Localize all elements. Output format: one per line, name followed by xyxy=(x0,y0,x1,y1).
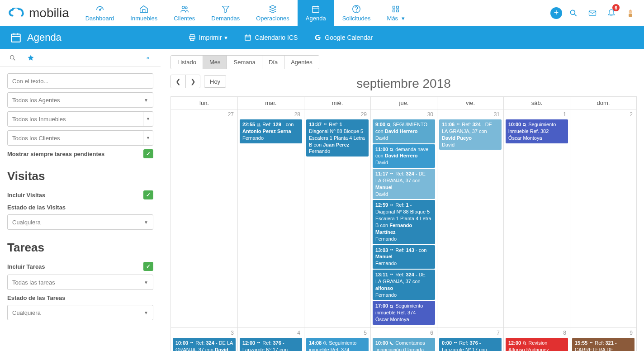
calendar-event[interactable]: 12:59 Ref: 1 - Diagonal Nº 88 Bloque 5 E… xyxy=(373,200,435,244)
svg-point-26 xyxy=(390,148,393,150)
nav-inmuebles[interactable]: Inmuebles xyxy=(122,0,166,26)
day-cell[interactable]: 2 xyxy=(570,109,636,327)
nav-dashboard[interactable]: Dashboard xyxy=(77,0,123,26)
svg-rect-18 xyxy=(190,38,194,41)
inmuebles-select[interactable]: Todos los Inmuebles▼ xyxy=(7,111,153,127)
people-icon xyxy=(256,123,261,127)
day-cell[interactable]: 8 12:00 RevisionAlfonso Rodriguez xyxy=(503,327,570,351)
agents-select[interactable]: Todos los Agentes▼ xyxy=(7,92,153,108)
day-cell[interactable]: 27 xyxy=(171,109,237,327)
estado-tareas-label: Estado de las Tareas xyxy=(7,294,153,301)
stack-icon xyxy=(268,4,278,14)
estado-visitas-select[interactable]: Cualquiera▼ xyxy=(7,214,153,230)
viewtab-agentes[interactable]: Agentes xyxy=(284,56,319,69)
calendar-event[interactable]: 13:11 Ref: 324 - DE LA GRANJA, 37 con al… xyxy=(373,270,435,300)
people-icon xyxy=(389,172,394,176)
viewtab-mes[interactable]: Mes xyxy=(203,56,227,69)
calendar-event[interactable]: 11:17 Ref: 324 - DE LA GRANJA, 37 con Ma… xyxy=(373,169,435,199)
nav-label: Solicitudes xyxy=(342,15,371,22)
people-icon xyxy=(389,248,394,253)
sidebar-collapse[interactable]: « xyxy=(139,49,157,66)
day-cell[interactable]: 28 22:55 Ref: 129 - con Antonio Perez Se… xyxy=(237,109,304,327)
calendar-event[interactable]: 13:37 Ref: 1 - Diagonal Nº 88 Bloque 5 E… xyxy=(306,119,369,157)
pending-toggle[interactable]: ✓ xyxy=(143,149,153,158)
today-button[interactable]: Hoy xyxy=(204,75,226,88)
calendar-event[interactable]: 9:00 SEGUIMIENTO con David HerreroDavid xyxy=(373,119,435,143)
viewtab-dia[interactable]: Día xyxy=(262,56,284,69)
svg-point-48 xyxy=(592,342,593,343)
clientes-select[interactable]: Todos los Clientes▼ xyxy=(7,130,153,146)
next-month-button[interactable]: ❯ xyxy=(185,75,200,88)
nav-operaciones[interactable]: Operaciones xyxy=(248,0,298,26)
notifications[interactable]: 6 xyxy=(607,8,616,18)
todas-tareas-select[interactable]: Todas las tareas▼ xyxy=(7,275,153,290)
calendar-ics-button[interactable]: Calendario ICS xyxy=(244,33,298,42)
people-icon xyxy=(256,341,261,346)
nav-label: Demandas xyxy=(211,15,240,22)
calendar-event[interactable]: 13:03 Ref: 143 - con ManuelFernando xyxy=(373,245,435,269)
nav-mas[interactable]: Más ▾ xyxy=(379,0,413,26)
weekday: mar. xyxy=(237,97,304,109)
people-icon xyxy=(589,341,593,346)
nav-demandas[interactable]: Demandas xyxy=(203,0,248,26)
viewtab-semana[interactable]: Semana xyxy=(227,56,261,69)
incluir-tareas-toggle[interactable]: ✓ xyxy=(143,262,153,271)
topnav-right: + ▾ 6 xyxy=(550,0,644,26)
calendar-event[interactable]: 22:55 Ref: 129 - con Antonio Perez Serna… xyxy=(240,119,302,143)
svg-point-42 xyxy=(259,342,260,343)
sidebar-tab-star[interactable] xyxy=(22,49,40,66)
calendar-event[interactable]: 0:00 Ref: 376 - Lanzarote Nº 17 con Leon… xyxy=(439,338,502,351)
svg-point-11 xyxy=(570,10,575,14)
calendar-event[interactable]: 11:00 demanda nave con David HerreroDavi… xyxy=(373,144,435,168)
svg-point-44 xyxy=(454,342,455,343)
calendar-event[interactable]: 10:00 Comentamos financiación (Llamada S… xyxy=(373,338,435,351)
google-calendar-button[interactable]: Google Calendar xyxy=(314,33,373,42)
calendar-event[interactable]: 10:00 Ref: 324 - DE LA GRANJA, 37 con Da… xyxy=(173,338,236,351)
estado-tareas-select[interactable]: Cualquiera▼ xyxy=(7,305,153,320)
svg-rect-1 xyxy=(143,9,146,12)
calendar-event[interactable]: 12:00 Ref: 376 - Lanzarote Nº 17 con Leo… xyxy=(240,338,302,351)
day-cell[interactable]: 30 9:00 SEGUIMIENTO con David HerreroDav… xyxy=(370,109,437,327)
day-cell[interactable]: 3 10:00 Ref: 324 - DE LA GRANJA, 37 con … xyxy=(171,327,237,351)
nav-agenda[interactable]: Agenda xyxy=(298,0,334,26)
nav-solicitudes[interactable]: Solicitudes xyxy=(334,0,379,26)
print-button[interactable]: Imprimir ▾ xyxy=(188,33,228,42)
day-cell[interactable]: 5 14:08 Seguimiento inmueble Ref. 374Bra… xyxy=(304,327,370,351)
sidebar-tab-search[interactable] xyxy=(4,49,22,66)
svg-point-28 xyxy=(392,173,393,174)
prev-month-button[interactable]: ❮ xyxy=(171,75,185,88)
calendar-event[interactable]: 11:06 Ref: 324 - DE LA GRANJA, 37 con Da… xyxy=(439,119,502,150)
mail-icon[interactable] xyxy=(588,9,597,18)
brand-logo[interactable]: mobilia xyxy=(0,0,77,26)
day-cell[interactable]: 31 11:06 Ref: 324 - DE LA GRANJA, 37 con… xyxy=(437,109,503,327)
day-cell[interactable]: 29 13:37 Ref: 1 - Diagonal Nº 88 Bloque … xyxy=(304,109,370,327)
star-icon xyxy=(27,54,34,62)
incluir-tareas-label: Incluir Tareas xyxy=(7,263,45,270)
search-input[interactable] xyxy=(7,73,153,89)
viewtab-listado[interactable]: Listado xyxy=(171,56,203,69)
calendar-event[interactable]: 10:00 Seguimiento inmueble Ref. 382Óscar… xyxy=(506,119,568,143)
grid-icon xyxy=(391,4,401,14)
svg-point-35 xyxy=(390,305,393,307)
chevron-down-icon: ▼ xyxy=(143,131,153,145)
day-cell[interactable]: 4 12:00 Ref: 376 - Lanzarote Nº 17 con L… xyxy=(237,327,304,351)
user-avatar[interactable] xyxy=(626,9,635,18)
search-icon[interactable] xyxy=(569,9,578,18)
day-cell[interactable]: 6 10:00 Comentamos financiación (Llamada… xyxy=(370,327,437,351)
calendar-event[interactable]: 17:00 Seguimiento inmueble Ref. 374Óscar… xyxy=(373,301,435,325)
day-cell[interactable]: 1 10:00 Seguimiento inmueble Ref. 382Ósc… xyxy=(503,109,570,327)
day-cell[interactable]: 7 0:00 Ref: 376 - Lanzarote Nº 17 con Le… xyxy=(437,327,503,351)
nav-clientes[interactable]: Clientes xyxy=(166,0,203,26)
people-icon xyxy=(189,341,194,346)
calendar-event[interactable]: 15:55 Ref: 321 - CARRETERA DE AJALVIR co… xyxy=(572,338,635,351)
add-button[interactable]: + xyxy=(550,7,562,19)
svg-point-24 xyxy=(326,123,327,125)
chevron-down-icon: ▼ xyxy=(143,112,153,126)
incluir-visitas-toggle[interactable]: ✓ xyxy=(143,190,153,199)
weekday: mié. xyxy=(304,97,370,109)
day-cell[interactable]: 9 15:55 Ref: 321 - CARRETERA DE AJALVIR … xyxy=(570,327,636,351)
notification-badge: 6 xyxy=(612,4,620,11)
calendar-event[interactable]: 12:00 RevisionAlfonso Rodriguez xyxy=(506,338,568,351)
people-icon xyxy=(456,123,460,127)
calendar-event[interactable]: 14:08 Seguimiento inmueble Ref. 374Braul… xyxy=(306,338,369,351)
